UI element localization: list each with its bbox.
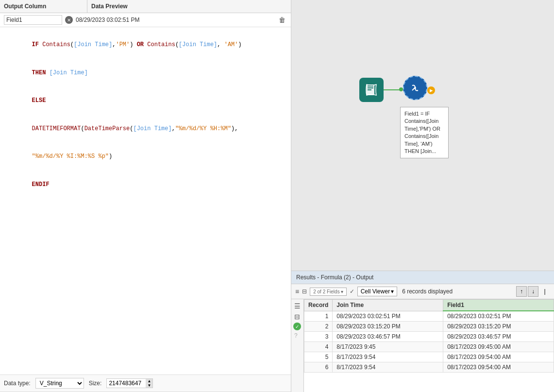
formula-line-3: ELSE — [4, 87, 287, 115]
cell-record: 1 — [304, 311, 333, 322]
size-decrement-button[interactable]: ▼ — [146, 383, 152, 388]
results-filter-icon[interactable]: ⊟ — [293, 312, 302, 322]
size-label: Size: — [89, 380, 102, 387]
cell-field1: 08/17/2023 09:54:00 AM — [443, 362, 554, 373]
results-table: Record Join Time Field1 1 08/29/2023 03:… — [304, 299, 554, 373]
results-help-icon[interactable]: ? — [293, 331, 302, 340]
formula-line-2: THEN [Join Time] — [4, 59, 287, 87]
size-input-group: ▲ ▼ — [106, 378, 153, 388]
data-preview-header: Data Preview — [87, 0, 291, 13]
list-icon[interactable]: ≡ — [295, 288, 299, 295]
formula-line-1: IF Contains([Join Time],'PM') OR Contain… — [4, 31, 287, 59]
col-record-header[interactable]: Record — [304, 300, 333, 311]
sort-up-button[interactable]: ↑ — [516, 286, 527, 297]
cell-jointime: 08/29/2023 03:02:51 PM — [333, 311, 443, 322]
workflow-canvas[interactable]: ▶ Field1 = IF Contains([Join Time],'PM')… — [291, 0, 554, 271]
datatype-select[interactable]: V_String — [35, 378, 84, 389]
chevron-down-icon: ▾ — [341, 289, 343, 294]
records-displayed-label: 6 records displayed — [402, 288, 453, 295]
results-body: ☰ ⊟ ✓ ? Record Join Time Field1 — [291, 299, 554, 392]
table-row: 5 8/17/2023 9:54 08/17/2023 09:54:00 AM — [304, 352, 554, 362]
results-list-icon[interactable]: ☰ — [293, 301, 302, 311]
svg-rect-2 — [368, 87, 373, 88]
svg-rect-1 — [368, 85, 373, 86]
formula-node[interactable] — [403, 76, 427, 100]
datatype-row: Data type: V_String Size: ▲ ▼ — [0, 375, 291, 392]
table-row: 2 08/29/2023 03:15:20 PM 08/29/2023 03:1… — [304, 322, 554, 332]
cell-record: 2 — [304, 322, 333, 332]
node-tooltip: Field1 = IF Contains([Join Time],'PM') O… — [400, 107, 449, 158]
cell-jointime: 8/17/2023 9:54 — [333, 362, 443, 373]
size-increment-button[interactable]: ▲ — [146, 379, 152, 383]
cell-jointime: 08/29/2023 03:15:20 PM — [333, 322, 443, 332]
cell-record: 3 — [304, 332, 333, 342]
sort-down-button[interactable]: ↓ — [528, 286, 538, 297]
cell-field1: 08/17/2023 09:45:00 AM — [443, 342, 554, 352]
cell-record: 6 — [304, 362, 333, 373]
column-headers: Output Column Data Preview — [0, 0, 291, 13]
field-row: ✕ 08/29/2023 03:02:51 PM 🗑 — [0, 13, 291, 27]
size-spinner: ▲ ▼ — [146, 379, 152, 388]
formula-line-6: ENDIF — [4, 171, 287, 199]
check-icon[interactable]: ✓ — [350, 288, 354, 295]
size-input[interactable] — [107, 379, 146, 388]
sort-separator: | — [539, 286, 550, 297]
cell-field1: 08/17/2023 09:54:00 AM — [443, 352, 554, 362]
table-row: 4 8/17/2023 9:45 08/17/2023 09:45:00 AM — [304, 342, 554, 352]
datatype-label: Data type: — [4, 380, 31, 387]
cell-jointime: 8/17/2023 9:54 — [333, 352, 443, 362]
connector-dot — [399, 87, 403, 91]
results-panel: Results - Formula (2) - Output ≡ ⊟ 2 of … — [291, 271, 554, 392]
cell-field1: 08/29/2023 03:46:57 PM — [443, 332, 554, 342]
table-row: 6 8/17/2023 9:54 08/17/2023 09:54:00 AM — [304, 362, 554, 373]
field-preview-text: 08/29/2023 03:02:51 PM — [76, 17, 277, 23]
fields-dropdown[interactable]: 2 of 2 Fields ▾ — [310, 288, 346, 296]
results-toolbar: ≡ ⊟ 2 of 2 Fields ▾ ✓ Cell Viewer ▾ 6 re… — [291, 284, 554, 299]
svg-point-5 — [414, 87, 416, 89]
results-info-icon[interactable]: ✓ — [293, 323, 301, 330]
results-table-wrapper: Record Join Time Field1 1 08/29/2023 03:… — [304, 299, 554, 392]
cell-record: 4 — [304, 342, 333, 352]
connector-line — [384, 89, 401, 90]
cell-field1: 08/29/2023 03:15:20 PM — [443, 322, 554, 332]
field-clear-button[interactable]: ✕ — [65, 16, 73, 24]
cell-record: 5 — [304, 352, 333, 362]
cell-viewer-chevron-icon: ▾ — [391, 288, 394, 295]
formula-output-anchor[interactable]: ▶ — [427, 86, 435, 94]
formula-editor[interactable]: IF Contains([Join Time],'PM') OR Contain… — [0, 27, 291, 375]
field-name-input[interactable] — [4, 15, 62, 25]
cell-jointime: 8/17/2023 9:45 — [333, 342, 443, 352]
formula-editor-panel: Output Column Data Preview ✕ 08/29/2023 … — [0, 0, 291, 392]
table-row: 3 08/29/2023 03:46:57 PM 08/29/2023 03:4… — [304, 332, 554, 342]
cell-viewer-button[interactable]: Cell Viewer ▾ — [357, 287, 397, 296]
output-column-header: Output Column — [0, 0, 87, 13]
col-field1-header[interactable]: Field1 — [443, 300, 554, 311]
right-panel: ▶ Field1 = IF Contains([Join Time],'PM')… — [291, 0, 554, 392]
svg-rect-3 — [368, 89, 371, 90]
col-jointime-header[interactable]: Join Time — [333, 300, 443, 311]
formula-line-5: "%m/%d/%Y %I:%M:%S %p") — [4, 143, 287, 171]
filter-icon[interactable]: ⊟ — [302, 288, 307, 295]
results-header: Results - Formula (2) - Output — [291, 271, 554, 284]
sort-buttons: ↑ ↓ | — [516, 286, 550, 297]
cell-jointime: 08/29/2023 03:46:57 PM — [333, 332, 443, 342]
table-row: 1 08/29/2023 03:02:51 PM 08/29/2023 03:0… — [304, 311, 554, 322]
formula-line-4: DATETIMEFORMAT(DateTimeParse([Join Time]… — [4, 115, 287, 143]
cell-viewer-label: Cell Viewer — [361, 288, 390, 295]
field-delete-button[interactable]: 🗑 — [277, 15, 287, 25]
cell-field1: 08/29/2023 03:02:51 PM — [443, 311, 554, 322]
input-node[interactable] — [359, 78, 384, 102]
fields-dropdown-label: 2 of 2 Fields — [313, 289, 339, 294]
left-icons-panel: ☰ ⊟ ✓ ? — [291, 299, 304, 392]
